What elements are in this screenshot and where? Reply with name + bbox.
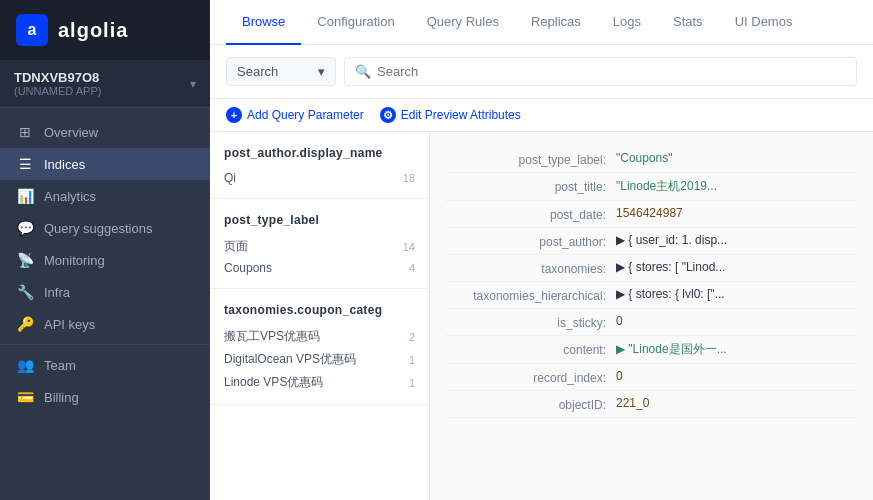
detail-row: record_index:0 — [446, 364, 857, 391]
tab-browse[interactable]: Browse — [226, 0, 301, 45]
detail-value: "Coupons" — [616, 151, 857, 165]
detail-key: is_sticky: — [446, 314, 606, 330]
detail-value[interactable]: ▶ { user_id: 1. disp... — [616, 233, 857, 247]
api-keys-icon: 🔑 — [16, 316, 34, 332]
infra-icon: 🔧 — [16, 284, 34, 300]
add-icon: + — [226, 107, 242, 123]
detail-row: post_author:▶ { user_id: 1. disp... — [446, 228, 857, 255]
search-type-select[interactable]: Search ▾ — [226, 57, 336, 86]
sidebar-label-query-suggestions: Query suggestions — [44, 221, 152, 236]
detail-value: 0 — [616, 314, 857, 328]
sidebar-item-monitoring[interactable]: 📡Monitoring — [0, 244, 210, 276]
detail-value[interactable]: ▶ { stores: { lvl0: ["... — [616, 287, 857, 301]
facet-item[interactable]: Qi18 — [210, 168, 429, 188]
sidebar: a algolia TDNXVB97O8 (UNNAMED APP) ▾ ⊞Ov… — [0, 0, 210, 500]
account-app-name: (UNNAMED APP) — [14, 85, 101, 97]
tab-query-rules[interactable]: Query Rules — [411, 0, 515, 45]
sidebar-item-indices[interactable]: ☰Indices — [0, 148, 210, 180]
analytics-icon: 📊 — [16, 188, 34, 204]
monitoring-icon: 📡 — [16, 252, 34, 268]
edit-preview-button[interactable]: ⚙ Edit Preview Attributes — [380, 107, 521, 123]
search-type-label: Search — [237, 64, 278, 79]
detail-key: post_type_label: — [446, 151, 606, 167]
facet-count: 1 — [409, 377, 415, 389]
facet-title: post_author.display_name — [210, 142, 429, 168]
detail-key: post_author: — [446, 233, 606, 249]
tab-ui-demos[interactable]: UI Demos — [719, 0, 809, 45]
account-section[interactable]: TDNXVB97O8 (UNNAMED APP) ▾ — [0, 60, 210, 108]
tab-stats[interactable]: Stats — [657, 0, 719, 45]
facet-title: post_type_label — [210, 209, 429, 235]
sidebar-item-api-keys[interactable]: 🔑API keys — [0, 308, 210, 340]
facet-count: 2 — [409, 331, 415, 343]
team-icon: 👥 — [16, 357, 34, 373]
query-suggestions-icon: 💬 — [16, 220, 34, 236]
action-bar: + Add Query Parameter ⚙ Edit Preview Att… — [210, 99, 873, 132]
edit-preview-label: Edit Preview Attributes — [401, 108, 521, 122]
main-content: BrowseConfigurationQuery RulesReplicasLo… — [210, 0, 873, 500]
facet-label: Coupons — [224, 261, 272, 275]
detail-row: taxonomies:▶ { stores: [ "Linod... — [446, 255, 857, 282]
facet-label: 页面 — [224, 238, 248, 255]
indices-icon: ☰ — [16, 156, 34, 172]
sidebar-label-analytics: Analytics — [44, 189, 96, 204]
sidebar-item-infra[interactable]: 🔧Infra — [0, 276, 210, 308]
facet-group: taxonomies.coupon_categ搬瓦工VPS优惠码2Digital… — [210, 289, 429, 405]
sidebar-label-overview: Overview — [44, 125, 98, 140]
detail-row: post_title:"Linode主机2019... — [446, 173, 857, 201]
overview-icon: ⊞ — [16, 124, 34, 140]
select-chevron-icon: ▾ — [318, 64, 325, 79]
nav-section: ⊞Overview☰Indices📊Analytics💬Query sugges… — [0, 108, 210, 421]
search-input[interactable] — [377, 64, 846, 79]
facet-group: post_type_label页面14Coupons4 — [210, 199, 429, 289]
facet-group: post_author.display_nameQi18 — [210, 132, 429, 199]
facet-label: Qi — [224, 171, 236, 185]
detail-key: taxonomies_hierarchical: — [446, 287, 606, 303]
sidebar-item-overview[interactable]: ⊞Overview — [0, 116, 210, 148]
facet-item[interactable]: 页面14 — [210, 235, 429, 258]
detail-value: 0 — [616, 369, 857, 383]
facet-item[interactable]: 搬瓦工VPS优惠码2 — [210, 325, 429, 348]
tab-configuration[interactable]: Configuration — [301, 0, 410, 45]
sidebar-item-analytics[interactable]: 📊Analytics — [0, 180, 210, 212]
add-query-param-button[interactable]: + Add Query Parameter — [226, 107, 364, 123]
facet-count: 1 — [409, 354, 415, 366]
nav-divider — [0, 344, 210, 345]
detail-key: record_index: — [446, 369, 606, 385]
search-input-wrapper: 🔍 — [344, 57, 857, 86]
tab-logs[interactable]: Logs — [597, 0, 657, 45]
account-id: TDNXVB97O8 — [14, 70, 101, 85]
detail-row: taxonomies_hierarchical:▶ { stores: { lv… — [446, 282, 857, 309]
facet-item[interactable]: Coupons4 — [210, 258, 429, 278]
app-name: algolia — [58, 19, 128, 42]
detail-value: ▶ "Linode是国外一... — [616, 341, 857, 358]
tabs-bar: BrowseConfigurationQuery RulesReplicasLo… — [210, 0, 873, 45]
tab-replicas[interactable]: Replicas — [515, 0, 597, 45]
detail-key: post_title: — [446, 178, 606, 194]
facet-count: 14 — [403, 241, 415, 253]
sidebar-label-api-keys: API keys — [44, 317, 95, 332]
sidebar-item-team[interactable]: 👥Team — [0, 349, 210, 381]
facet-label: Linode VPS优惠码 — [224, 374, 323, 391]
facet-item[interactable]: DigitalOcean VPS优惠码1 — [210, 348, 429, 371]
sidebar-label-billing: Billing — [44, 390, 79, 405]
sidebar-header: a algolia — [0, 0, 210, 60]
detail-value: 221_0 — [616, 396, 857, 410]
sidebar-item-billing[interactable]: 💳Billing — [0, 381, 210, 413]
facet-count: 4 — [409, 262, 415, 274]
detail-value: "Linode主机2019... — [616, 178, 857, 195]
detail-key: post_date: — [446, 206, 606, 222]
detail-panel: post_type_label:"Coupons"post_title:"Lin… — [430, 132, 873, 500]
facets-panel: post_author.display_nameQi18post_type_la… — [210, 132, 430, 500]
app-logo: a — [16, 14, 48, 46]
account-info: TDNXVB97O8 (UNNAMED APP) — [14, 70, 101, 97]
sidebar-item-query-suggestions[interactable]: 💬Query suggestions — [0, 212, 210, 244]
add-query-param-label: Add Query Parameter — [247, 108, 364, 122]
detail-key: content: — [446, 341, 606, 357]
detail-row: objectID:221_0 — [446, 391, 857, 418]
sidebar-label-team: Team — [44, 358, 76, 373]
detail-value[interactable]: ▶ { stores: [ "Linod... — [616, 260, 857, 274]
facet-item[interactable]: Linode VPS优惠码1 — [210, 371, 429, 394]
facet-count: 18 — [403, 172, 415, 184]
sidebar-label-infra: Infra — [44, 285, 70, 300]
